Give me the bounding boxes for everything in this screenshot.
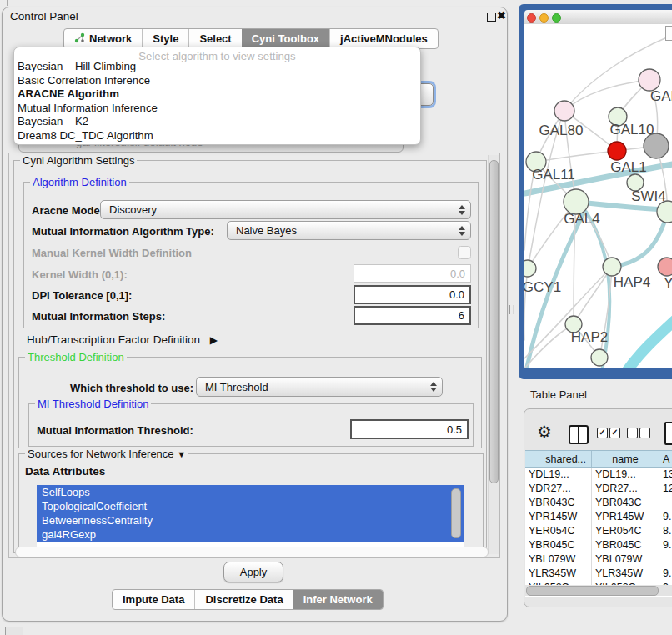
node-label: GAL4 bbox=[564, 211, 599, 227]
tab-network[interactable]: Network bbox=[64, 29, 142, 48]
column-header[interactable]: name bbox=[592, 451, 659, 467]
panel-top-notch bbox=[7, 0, 8, 6]
table-cell: YBR045C bbox=[592, 538, 659, 552]
table-cell: YBL079W bbox=[525, 552, 592, 567]
collapse-down-icon[interactable]: ▼ bbox=[177, 449, 186, 459]
table-cell: YER054C bbox=[525, 524, 592, 538]
node-label: Y bbox=[664, 275, 672, 291]
network-node-gal1[interactable] bbox=[608, 142, 626, 160]
network-node[interactable] bbox=[591, 349, 608, 366]
zoom-traffic-light-icon[interactable] bbox=[552, 13, 561, 22]
vertical-scrollbar-thumb[interactable] bbox=[489, 160, 499, 483]
horizontal-scrollbar[interactable] bbox=[15, 547, 489, 558]
network-edge[interactable] bbox=[536, 151, 617, 162]
stepper-icon bbox=[430, 382, 437, 392]
column-header[interactable]: shared... bbox=[525, 451, 592, 467]
attribute-item[interactable]: TopologicalCoefficient bbox=[37, 499, 464, 513]
tab-style[interactable]: Style bbox=[142, 29, 188, 48]
mi-threshold-field[interactable]: 0.5 bbox=[350, 419, 469, 439]
manual-kernel-checkbox[interactable] bbox=[458, 246, 471, 259]
float-window-icon[interactable] bbox=[487, 12, 496, 22]
aracne-mode-combo[interactable]: Discovery bbox=[100, 200, 471, 219]
dropdown-item[interactable]: Bayesian – K2 bbox=[14, 115, 420, 129]
stepper-icon bbox=[459, 205, 465, 215]
which-threshold-combo[interactable]: MI Threshold bbox=[196, 377, 443, 397]
table-row[interactable]: YPR145WYPR145W9. bbox=[525, 510, 672, 524]
kernel-width-field[interactable]: 0.0 bbox=[354, 264, 471, 282]
network-node-gcy1[interactable] bbox=[524, 260, 536, 277]
table-cell: YDL19... bbox=[525, 468, 592, 482]
hub-section[interactable]: Hub/Transcription Factor Definition ▶ bbox=[27, 333, 218, 346]
checked-checkbox-icon[interactable]: ✓ bbox=[597, 428, 608, 438]
tab-select[interactable]: Select bbox=[188, 29, 241, 48]
attributes-scrollbar-thumb[interactable] bbox=[451, 488, 461, 538]
tab-cyni-toolbox[interactable]: Cyni Toolbox bbox=[242, 29, 329, 48]
dropdown-item[interactable]: Basic Correlation Inference bbox=[14, 74, 420, 88]
table-row[interactable]: YLR345WYLR345W9. bbox=[525, 567, 672, 581]
algorithm-dropdown[interactable]: Select algorithm to view settings Bayesi… bbox=[13, 47, 421, 145]
network-node-y[interactable] bbox=[658, 258, 672, 276]
network-node-gal80[interactable] bbox=[554, 101, 574, 121]
collapse-right-icon[interactable]: ▶ bbox=[210, 334, 218, 346]
data-attributes-label: Data Attributes bbox=[25, 465, 105, 478]
attribute-item[interactable]: SelfLoops bbox=[37, 485, 464, 499]
network-edge[interactable] bbox=[625, 318, 672, 368]
network-overlay-control[interactable] bbox=[665, 26, 672, 41]
document-icon[interactable] bbox=[664, 422, 672, 445]
table-row[interactable]: YBR045CYBR045C9. bbox=[525, 538, 672, 552]
tab-label: Network bbox=[89, 32, 132, 45]
mi-type-label: Mutual Information Algorithm Type: bbox=[32, 225, 214, 238]
network-canvas[interactable]: GALGAL80GAL10GAL1GAL11SWI4GAL4GCY1HAP4YH… bbox=[524, 24, 672, 368]
table-row[interactable]: YDL19...YDL19...13 bbox=[525, 468, 672, 482]
panel-splitter-handle[interactable] bbox=[509, 305, 514, 314]
mi-steps-field[interactable]: 6 bbox=[354, 306, 471, 325]
kernel-width-label: Kernel Width (0,1): bbox=[32, 268, 128, 281]
dropdown-item[interactable]: Dream8 DC_TDC Algorithm bbox=[14, 129, 420, 143]
attribute-item[interactable]: gal4RGexp bbox=[37, 528, 464, 542]
table-row[interactable]: YER054CYER054C8. bbox=[525, 524, 672, 538]
mi-type-combo[interactable]: Naive Bayes bbox=[227, 221, 471, 240]
network-graph[interactable]: GALGAL80GAL10GAL1GAL11SWI4GAL4GCY1HAP4YH… bbox=[524, 24, 672, 368]
unchecked-checkbox-icon[interactable] bbox=[639, 428, 650, 438]
gear-icon[interactable]: ⚙ bbox=[537, 422, 552, 442]
table-cell: YDL19... bbox=[592, 468, 659, 482]
column-header[interactable]: A bbox=[659, 451, 672, 467]
threshold-definition-legend: Threshold Definition bbox=[25, 351, 127, 363]
table-cell: 12 bbox=[659, 482, 672, 496]
sources-legend[interactable]: Sources for Network Inference ▼ bbox=[25, 448, 188, 460]
apply-button[interactable]: Apply bbox=[223, 562, 283, 582]
unchecked-checkbox-icon[interactable] bbox=[627, 428, 638, 438]
manual-kernel-label: Manual Kernel Width Definition bbox=[32, 247, 192, 259]
table-cell: YLR345W bbox=[592, 567, 659, 581]
algorithm-dropdown-list: Bayesian – Hill ClimbingBasic Correlatio… bbox=[14, 60, 420, 142]
corner-button[interactable] bbox=[5, 627, 23, 635]
tab-impute-data[interactable]: Impute Data bbox=[113, 590, 194, 609]
aracne-mode-label: Aracne Mode: bbox=[32, 204, 103, 217]
algorithm-definition-legend: Algorithm Definition bbox=[30, 176, 129, 188]
node-label: GAL11 bbox=[532, 167, 575, 182]
data-attributes-list[interactable]: SelfLoopsTopologicalCoefficientBetweenne… bbox=[37, 485, 464, 547]
tab-jactivemnodules[interactable]: jActiveMNodules bbox=[329, 29, 438, 48]
split-view-icon[interactable] bbox=[569, 425, 589, 444]
close-traffic-light-icon[interactable] bbox=[527, 13, 536, 22]
table-cell: 9. bbox=[659, 510, 672, 524]
table-row[interactable]: YBR043CYBR043C bbox=[525, 496, 672, 510]
table-row[interactable]: YDR27...YDR27...12 bbox=[525, 482, 672, 496]
table-hscrollbar-thumb[interactable] bbox=[526, 586, 659, 596]
checked-checkbox-icon[interactable]: ✓ bbox=[609, 428, 620, 438]
network-edge[interactable] bbox=[574, 267, 612, 324]
minimize-traffic-light-icon[interactable] bbox=[539, 13, 549, 22]
attribute-item[interactable]: BetweennessCentrality bbox=[37, 513, 464, 528]
table-row[interactable]: YBL079WYBL079W bbox=[525, 552, 672, 567]
dropdown-item[interactable]: ARACNE Algorithm bbox=[14, 88, 420, 102]
hub-section-label: Hub/Transcription Factor Definition bbox=[27, 333, 200, 346]
dpi-tolerance-field[interactable]: 0.0 bbox=[354, 285, 471, 304]
tab-infer-network[interactable]: Infer Network bbox=[293, 590, 383, 609]
table-cell bbox=[659, 496, 672, 510]
cyni-settings-legend: Cyni Algorithm Settings bbox=[20, 154, 137, 167]
network-node-hap4[interactable] bbox=[603, 258, 621, 276]
dropdown-item[interactable]: Mutual Information Inference bbox=[14, 102, 420, 116]
tab-discretize-data[interactable]: Discretize Data bbox=[194, 590, 293, 609]
apply-button-label: Apply bbox=[240, 566, 268, 578]
close-icon[interactable]: ✖ bbox=[497, 9, 506, 22]
